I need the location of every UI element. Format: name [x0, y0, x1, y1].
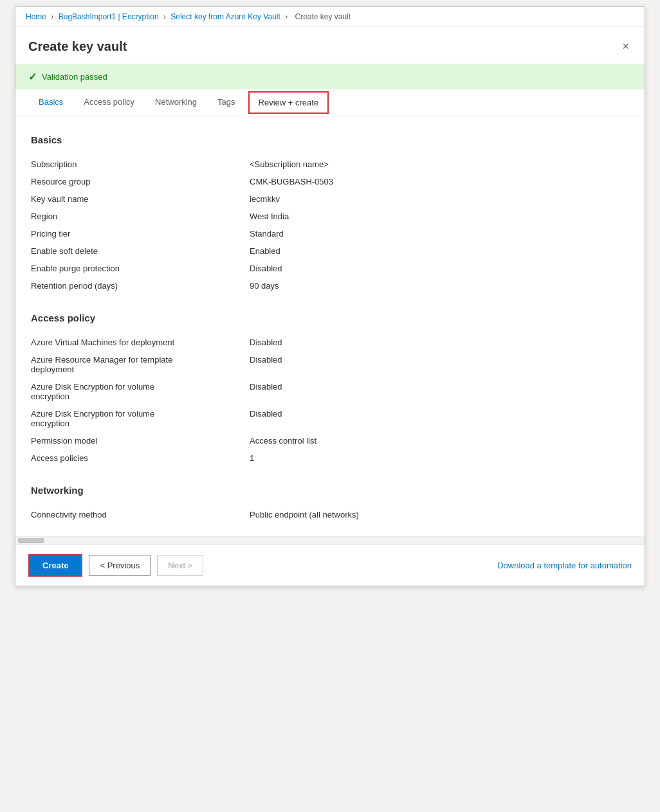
field-retention-period: Retention period (days) 90 days — [31, 277, 629, 294]
field-value-purge-protection: Disabled — [250, 264, 282, 273]
field-pricing-tier: Pricing tier Standard — [31, 225, 629, 242]
field-label-disk-encryption-2: Azure Disk Encryption for volumeencrypti… — [31, 409, 250, 428]
page-title: Create key vault — [28, 39, 127, 54]
previous-button[interactable]: < Previous — [89, 555, 151, 576]
field-disk-encryption-1: Azure Disk Encryption for volumeencrypti… — [31, 378, 629, 405]
next-button: Next > — [157, 555, 203, 576]
field-value-subscription: <Subscription name> — [250, 159, 329, 169]
tab-networking[interactable]: Networking — [145, 89, 207, 116]
networking-section-title: Networking — [31, 485, 629, 496]
field-value-key-vault-name: iecmkkv — [250, 194, 280, 204]
breadcrumb-select-key[interactable]: Select key from Azure Key Vault — [170, 12, 280, 21]
field-azure-vm: Azure Virtual Machines for deployment Di… — [31, 334, 629, 351]
title-bar: Create key vault × — [15, 27, 645, 64]
field-value-region: West India — [250, 212, 289, 221]
field-label-soft-delete: Enable soft delete — [31, 246, 250, 256]
field-label-permission-model: Permission model — [31, 436, 250, 446]
field-label-retention-period: Retention period (days) — [31, 281, 250, 291]
field-region: Region West India — [31, 208, 629, 225]
field-label-pricing-tier: Pricing tier — [31, 229, 250, 239]
breadcrumb-current: Create key vault — [295, 12, 351, 21]
breadcrumb-encryption[interactable]: BugBashImport1 | Encryption — [59, 12, 159, 21]
field-value-azure-vm: Disabled — [250, 338, 282, 347]
create-button[interactable]: Create — [28, 554, 82, 577]
field-value-connectivity: Public endpoint (all networks) — [250, 510, 359, 519]
field-soft-delete: Enable soft delete Enabled — [31, 242, 629, 260]
h-scroll-thumb[interactable] — [18, 538, 44, 543]
field-value-soft-delete: Enabled — [250, 246, 280, 256]
field-label-key-vault-name: Key vault name — [31, 194, 250, 204]
field-value-pricing-tier: Standard — [250, 229, 284, 239]
field-label-disk-encryption-1: Azure Disk Encryption for volumeencrypti… — [31, 382, 250, 401]
horizontal-scrollbar[interactable] — [15, 536, 645, 544]
field-value-access-policies: 1 — [250, 453, 254, 463]
tabs-bar: Basics Access policy Networking Tags Rev… — [15, 89, 645, 116]
field-label-azure-vm: Azure Virtual Machines for deployment — [31, 338, 250, 347]
download-template-link[interactable]: Download a template for automation — [497, 561, 632, 570]
field-connectivity: Connectivity method Public endpoint (all… — [31, 506, 629, 523]
close-button[interactable]: × — [619, 37, 632, 56]
field-value-disk-encryption-1: Disabled — [250, 382, 282, 392]
breadcrumb-home[interactable]: Home — [26, 12, 46, 21]
field-label-access-policies: Access policies — [31, 453, 250, 463]
tab-basics[interactable]: Basics — [28, 89, 73, 116]
field-permission-model: Permission model Access control list — [31, 432, 629, 449]
field-label-region: Region — [31, 212, 250, 221]
field-disk-encryption-2: Azure Disk Encryption for volumeencrypti… — [31, 405, 629, 432]
field-subscription: Subscription <Subscription name> — [31, 156, 629, 173]
create-key-vault-window: Home › BugBashImport1 | Encryption › Sel… — [15, 6, 645, 586]
tab-access-policy[interactable]: Access policy — [73, 89, 145, 116]
field-resource-group: Resource group CMK-BUGBASH-0503 — [31, 173, 629, 190]
field-label-subscription: Subscription — [31, 159, 250, 169]
content-area: Basics Subscription <Subscription name> … — [15, 116, 645, 536]
field-access-policies: Access policies 1 — [31, 449, 629, 467]
field-label-connectivity: Connectivity method — [31, 510, 250, 519]
field-value-disk-encryption-2: Disabled — [250, 409, 282, 419]
validation-check-icon: ✓ — [28, 71, 37, 83]
field-value-retention-period: 90 days — [250, 281, 279, 291]
basics-section-title: Basics — [31, 134, 629, 145]
field-value-permission-model: Access control list — [250, 436, 316, 446]
access-policy-section-title: Access policy — [31, 312, 629, 323]
footer: Create < Previous Next > Download a temp… — [15, 544, 645, 586]
tab-review-create[interactable]: Review + create — [248, 91, 329, 114]
validation-banner: ✓ Validation passed — [15, 64, 645, 89]
validation-text: Validation passed — [42, 72, 107, 82]
field-value-arm-template: Disabled — [250, 355, 282, 365]
breadcrumb: Home › BugBashImport1 | Encryption › Sel… — [15, 7, 645, 27]
field-label-purge-protection: Enable purge protection — [31, 264, 250, 273]
field-label-resource-group: Resource group — [31, 177, 250, 186]
field-label-arm-template: Azure Resource Manager for templatedeplo… — [31, 355, 250, 374]
field-purge-protection: Enable purge protection Disabled — [31, 260, 629, 277]
field-key-vault-name: Key vault name iecmkkv — [31, 190, 629, 208]
tab-tags[interactable]: Tags — [207, 89, 245, 116]
field-value-resource-group: CMK-BUGBASH-0503 — [250, 177, 333, 186]
field-arm-template: Azure Resource Manager for templatedeplo… — [31, 351, 629, 378]
